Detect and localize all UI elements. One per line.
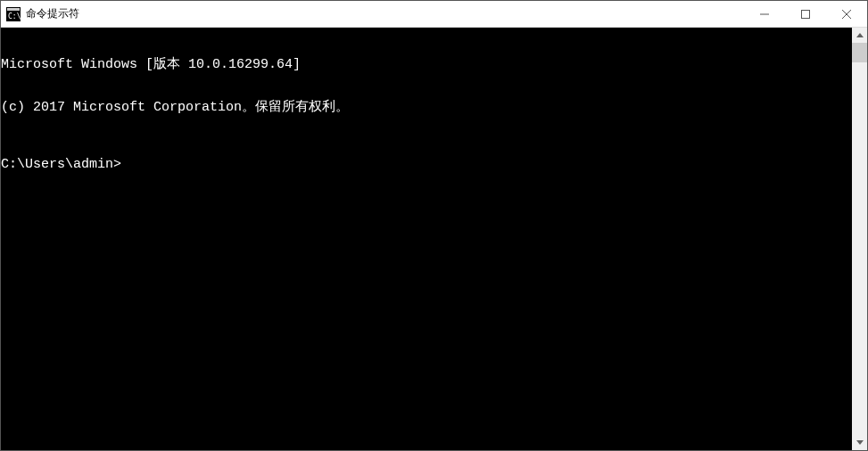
console-output-line: Microsoft Windows [版本 10.0.16299.64]: [1, 58, 852, 72]
svg-rect-1: [7, 8, 20, 11]
scroll-up-arrow-icon[interactable]: [852, 28, 867, 43]
scroll-thumb[interactable]: [852, 43, 867, 62]
svg-text:C:\: C:\: [8, 12, 21, 20]
cmd-app-icon: C:\: [6, 7, 21, 21]
console-area: Microsoft Windows [版本 10.0.16299.64] (c)…: [1, 28, 867, 450]
window-title: 命令提示符: [26, 6, 744, 21]
scroll-track[interactable]: [852, 43, 867, 435]
console-output-line: (c) 2017 Microsoft Corporation。保留所有权利。: [1, 101, 852, 115]
vertical-scrollbar[interactable]: [852, 28, 867, 450]
window-controls: [744, 1, 867, 27]
minimize-button[interactable]: [744, 1, 785, 27]
scroll-down-arrow-icon[interactable]: [852, 435, 867, 450]
maximize-button[interactable]: [785, 1, 826, 27]
console-prompt[interactable]: C:\Users\admin>: [1, 158, 852, 172]
close-button[interactable]: [826, 1, 867, 27]
window-titlebar[interactable]: C:\ 命令提示符: [1, 1, 867, 28]
console-content[interactable]: Microsoft Windows [版本 10.0.16299.64] (c)…: [1, 28, 852, 450]
svg-rect-4: [802, 10, 810, 18]
